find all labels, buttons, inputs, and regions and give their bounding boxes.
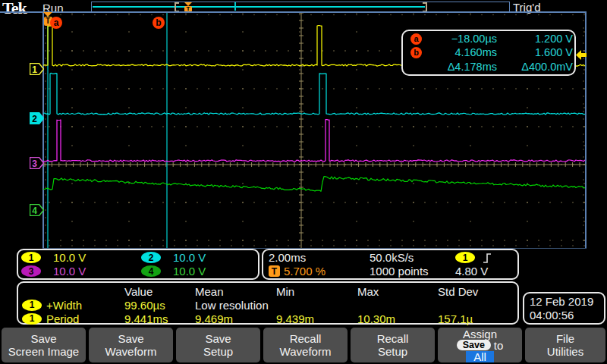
channel-2-marker: 2 bbox=[30, 112, 44, 124]
cursor-b-readout: b 4.160ms 1.600 V bbox=[406, 46, 571, 59]
cursor-a-readout: a −18.00µs 1.200 V bbox=[406, 32, 571, 46]
oscilloscope-screen: Tek Run Trig'd T T a b 1 2 3 bbox=[0, 0, 607, 364]
horizontal-trigger-box: 2.00ms 50.0kS/s 1 T 5.700 % 1000 points … bbox=[262, 249, 519, 280]
record-length: 1000 points bbox=[370, 265, 455, 278]
cursor-delta-time: Δ4.178ms bbox=[426, 61, 497, 73]
channel-4-marker: 4 bbox=[30, 204, 44, 216]
cursor-a-badge[interactable]: a bbox=[50, 17, 62, 29]
svg-text:2: 2 bbox=[32, 114, 37, 124]
channel-scale-box: 1 10.0 V 2 10.0 V 3 10.0 V 4 10.0 V bbox=[17, 249, 259, 280]
cursor-delta-voltage: Δ400.0mV bbox=[497, 61, 573, 73]
cursor-b-badge[interactable]: b bbox=[153, 17, 165, 29]
file-utilities-button[interactable]: FileUtilities bbox=[525, 328, 605, 362]
trigger-source: 1 bbox=[455, 252, 517, 264]
channel-2-scale: 2 10.0 V bbox=[138, 251, 258, 264]
measurement-row-period: 1 Period 9.441ms 9.469m 9.439m 10.30m 15… bbox=[18, 312, 517, 325]
channel-1-marker: 1 bbox=[30, 63, 44, 75]
cursor-b-voltage: 1.600 V bbox=[497, 46, 573, 58]
cursor-b-time: 4.160ms bbox=[426, 46, 497, 58]
svg-text:4: 4 bbox=[32, 206, 37, 216]
softkey-menu-bar: SaveScreen Image SaveWaveform SaveSetup … bbox=[0, 327, 607, 364]
channel-3-badge: 3 bbox=[21, 265, 41, 277]
time-label: 04:00:56 bbox=[530, 309, 604, 322]
save-waveform-button[interactable]: SaveWaveform bbox=[89, 328, 173, 362]
rising-edge-icon bbox=[483, 252, 492, 264]
cursor-a-icon: a bbox=[410, 33, 422, 45]
trigger-level-arrow-icon bbox=[576, 49, 587, 63]
sample-rate: 50.0kS/s bbox=[370, 251, 455, 264]
svg-text:3: 3 bbox=[32, 158, 37, 169]
record-preview-trace bbox=[93, 6, 425, 8]
cursor-a-voltage: 1.200 V bbox=[497, 33, 573, 45]
tek-logo: Tek bbox=[2, 0, 27, 18]
cursor-a-time: −18.00µs bbox=[426, 33, 497, 45]
trigger-position: T 5.700 % bbox=[269, 265, 370, 278]
trigger-source-badge: 1 bbox=[455, 252, 475, 263]
measurement-header-row: Value Mean Min Max Std Dev bbox=[18, 284, 517, 298]
measurement-row-width: 1 +Width 99.60µs Low resolution bbox=[18, 298, 517, 312]
recall-waveform-button[interactable]: RecallWaveform bbox=[263, 328, 348, 362]
recall-setup-button[interactable]: RecallSetup bbox=[351, 328, 435, 362]
channel-1-badge: 1 bbox=[21, 252, 41, 263]
trigger-level: 4.80 V bbox=[455, 265, 517, 278]
date-label: 12 Feb 2019 bbox=[530, 295, 604, 309]
svg-text:1: 1 bbox=[32, 64, 37, 75]
channel-3-scale: 3 10.0 V bbox=[18, 265, 138, 278]
channel-2-badge: 2 bbox=[141, 252, 161, 263]
assign-target-badge: All bbox=[466, 351, 494, 362]
measurement-table: Value Mean Min Max Std Dev 1 +Width 99.6… bbox=[17, 281, 519, 325]
channel-3-marker: 3 bbox=[30, 157, 44, 169]
channel-4-badge: 4 bbox=[141, 265, 161, 277]
measurement-source-badge: 1 bbox=[22, 313, 42, 325]
save-key-icon: Save bbox=[457, 340, 491, 350]
assign-save-button[interactable]: Assign Save to All bbox=[438, 328, 522, 362]
timebase-scale: 2.00ms bbox=[269, 251, 370, 264]
datetime-box: 12 Feb 2019 04:00:56 bbox=[523, 292, 605, 325]
cursor-readout-box: a −18.00µs 1.200 V b 4.160ms 1.600 V Δ4.… bbox=[401, 30, 576, 76]
cursor-b-icon: b bbox=[410, 47, 422, 58]
trigger-t-icon: T bbox=[269, 265, 280, 277]
save-screen-image-button[interactable]: SaveScreen Image bbox=[2, 328, 86, 362]
save-setup-button[interactable]: SaveSetup bbox=[176, 328, 260, 362]
measurement-source-badge: 1 bbox=[22, 300, 42, 311]
cursor-delta-readout: Δ4.178ms Δ400.0mV bbox=[406, 60, 571, 74]
record-cursor-tick bbox=[234, 2, 236, 11]
channel-4-scale: 4 10.0 V bbox=[138, 265, 258, 278]
channel-1-scale: 1 10.0 V bbox=[18, 251, 138, 264]
